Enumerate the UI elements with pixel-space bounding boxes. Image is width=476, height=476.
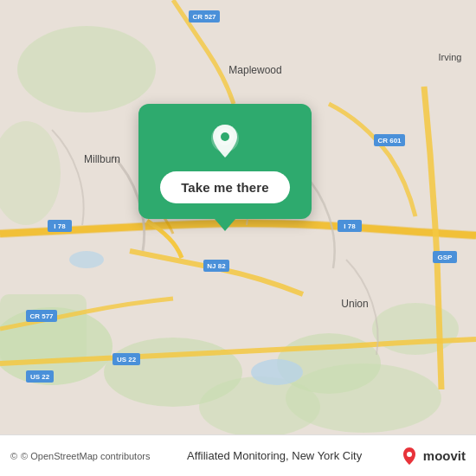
popup-card: Take me there <box>138 104 312 219</box>
map-pin-icon <box>204 119 246 161</box>
svg-point-8 <box>199 376 320 434</box>
svg-text:I 78: I 78 <box>344 222 356 230</box>
svg-text:Millburn: Millburn <box>84 153 120 165</box>
svg-text:GSP: GSP <box>438 254 453 261</box>
svg-text:US 22: US 22 <box>117 356 137 363</box>
svg-text:Maplewood: Maplewood <box>228 64 281 76</box>
svg-point-10 <box>251 359 303 385</box>
svg-point-37 <box>407 452 412 457</box>
bottom-bar: © © OpenStreetMap contributors Affiliate… <box>0 434 476 476</box>
svg-text:CR 601: CR 601 <box>377 137 402 145</box>
svg-text:NJ 82: NJ 82 <box>207 262 226 270</box>
svg-point-36 <box>221 132 229 141</box>
moovit-label: moovit <box>423 448 466 463</box>
map-container: I 78 I 78 NJ 82 CR 601 CR 577 US 22 US 2… <box>0 0 476 434</box>
svg-text:US 22: US 22 <box>30 373 50 381</box>
attribution: © © OpenStreetMap contributors <box>10 451 150 461</box>
svg-point-11 <box>69 251 104 268</box>
svg-text:I 78: I 78 <box>54 222 66 230</box>
moovit-logo: moovit <box>399 446 466 466</box>
svg-text:Union: Union <box>341 298 368 310</box>
svg-point-6 <box>17 26 156 113</box>
location-info: Affiliated Monitoring, New York City <box>187 449 362 462</box>
svg-rect-5 <box>0 294 87 363</box>
svg-text:Irving: Irving <box>439 52 462 62</box>
svg-point-4 <box>372 303 459 355</box>
take-me-there-button[interactable]: Take me there <box>160 171 290 203</box>
copyright-symbol: © <box>10 451 17 461</box>
svg-text:CR 577: CR 577 <box>29 312 54 320</box>
moovit-icon <box>399 446 420 466</box>
attribution-text: © OpenStreetMap contributors <box>21 451 150 461</box>
svg-text:CR 527: CR 527 <box>192 13 216 21</box>
